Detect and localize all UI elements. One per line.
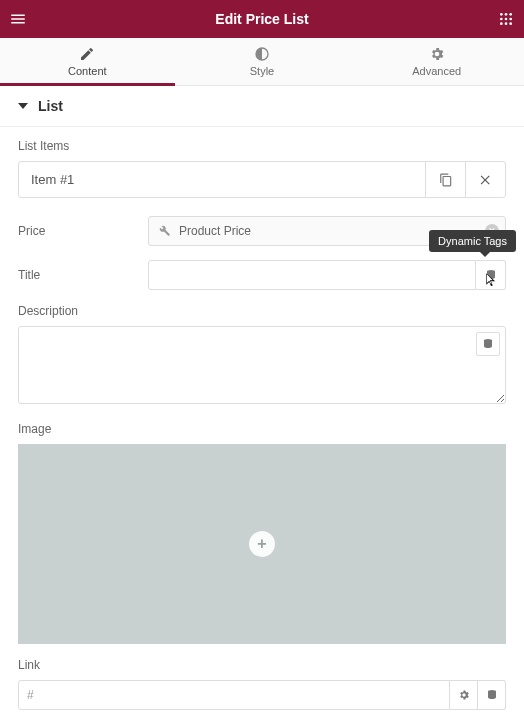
description-label: Description — [18, 304, 506, 318]
dynamic-tags-tooltip: Dynamic Tags — [429, 230, 516, 252]
tab-style[interactable]: Style — [175, 38, 350, 85]
price-label: Price — [18, 224, 138, 238]
description-input[interactable] — [18, 326, 506, 404]
image-label: Image — [18, 422, 506, 436]
tab-style-label: Style — [250, 65, 274, 77]
link-label: Link — [18, 658, 506, 672]
tab-advanced-label: Advanced — [412, 65, 461, 77]
database-icon — [486, 689, 498, 701]
pencil-icon — [79, 46, 95, 62]
page-title: Edit Price List — [28, 11, 496, 27]
title-input[interactable] — [148, 260, 476, 290]
section-title: List — [38, 98, 63, 114]
wrench-icon — [159, 225, 171, 237]
remove-item-button[interactable] — [465, 162, 505, 197]
link-dynamic-button[interactable] — [478, 680, 506, 710]
database-icon — [482, 338, 494, 350]
svg-point-5 — [509, 18, 512, 21]
close-icon — [479, 173, 493, 187]
gear-icon — [458, 689, 470, 701]
image-block: Image + — [18, 422, 506, 644]
svg-point-6 — [500, 22, 503, 25]
tab-content-label: Content — [68, 65, 107, 77]
title-field-row: Title Dynamic Tags — [18, 260, 506, 290]
svg-point-2 — [509, 13, 512, 16]
title-dynamic-button[interactable] — [476, 260, 506, 290]
list-item-title[interactable]: Item #1 — [19, 162, 425, 197]
tabs: Content Style Advanced — [0, 38, 524, 86]
copy-icon — [439, 173, 453, 187]
tab-advanced[interactable]: Advanced — [349, 38, 524, 85]
apps-icon[interactable] — [496, 9, 516, 29]
chevron-down-icon — [18, 103, 28, 109]
description-block: Description — [18, 304, 506, 408]
contrast-icon — [254, 46, 270, 62]
link-input[interactable] — [18, 680, 450, 710]
list-items-label: List Items — [18, 139, 506, 153]
section-list-header[interactable]: List — [0, 86, 524, 127]
top-bar: Edit Price List — [0, 0, 524, 38]
image-upload[interactable]: + — [18, 444, 506, 644]
svg-point-8 — [509, 22, 512, 25]
svg-point-0 — [500, 13, 503, 16]
copy-item-button[interactable] — [425, 162, 465, 197]
svg-point-3 — [500, 18, 503, 21]
panel: List Items Item #1 Price Product Price ✕… — [0, 127, 524, 721]
link-block: Link — [18, 658, 506, 710]
plus-icon: + — [249, 531, 275, 557]
title-label: Title — [18, 268, 138, 282]
svg-point-1 — [505, 13, 508, 16]
svg-point-7 — [505, 22, 508, 25]
link-settings-button[interactable] — [450, 680, 478, 710]
menu-icon[interactable] — [8, 9, 28, 29]
list-item-row: Item #1 — [18, 161, 506, 198]
tab-content[interactable]: Content — [0, 38, 175, 85]
database-icon — [485, 269, 497, 281]
description-dynamic-button[interactable] — [476, 332, 500, 356]
svg-point-4 — [505, 18, 508, 21]
gear-icon — [429, 46, 445, 62]
